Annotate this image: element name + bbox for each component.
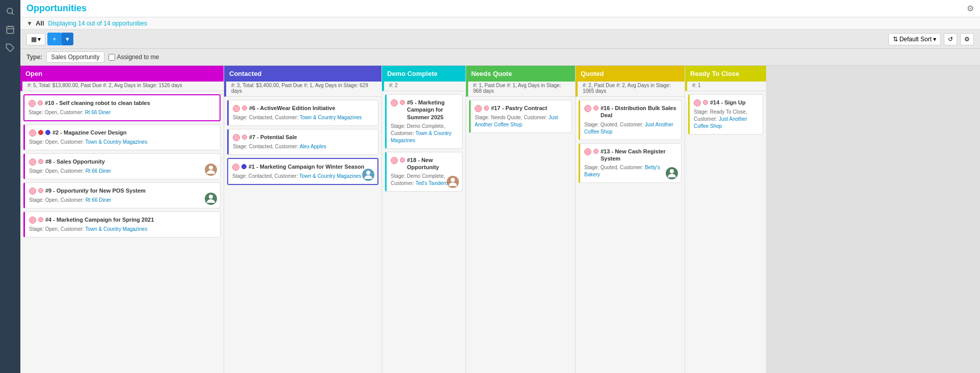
card-header-row: #13 - New Cash Register System [584, 148, 677, 163]
view-dropdown-icon: ▾ [38, 36, 41, 43]
new-button[interactable]: + [47, 33, 62, 45]
card-activity-icon [29, 100, 36, 107]
sort-button[interactable]: ⇅ Default Sort ▾ [888, 33, 941, 45]
card-body: Stage: Contacted, Customer: Town & Count… [232, 173, 373, 180]
sidebar-icon-search[interactable] [3, 4, 17, 18]
card-activity-icon [694, 99, 701, 106]
card-stage: Stage: Quoted, Customer: [584, 122, 645, 127]
type-label: Type: [26, 54, 42, 61]
card-title: #6 - ActiveWear Edition Initiative [249, 104, 374, 112]
card-stage: Stage: Open, Customer: [29, 168, 86, 174]
sidebar-icon-tag[interactable] [3, 41, 17, 55]
gear-icon-top[interactable]: ⚙ [967, 4, 974, 13]
card-header-row: #16 - Distribution Bulk Sales Deal [584, 104, 677, 119]
refresh-button[interactable]: ↺ [944, 33, 957, 45]
card-priority-dot [38, 217, 43, 222]
sort-label: Default Sort [900, 36, 932, 43]
col-header-ready: Ready To Close [685, 66, 766, 82]
kanban-card-c17[interactable]: #17 - Pastry ContractStage: Needs Quote,… [469, 100, 572, 133]
sub-bar: ▼ All Displaying 14 out of 14 opportunit… [20, 17, 980, 30]
card-customer-link[interactable]: Rt 66 Diner [86, 197, 112, 203]
card-header-row: #18 - New Opportunity [391, 156, 458, 171]
card-body: Stage: Open, Customer: Rt 66 Diner [29, 168, 216, 175]
kanban-card-c13[interactable]: #13 - New Cash Register SystemStage: Quo… [579, 143, 682, 183]
col-header-demo: Demo Complete [382, 66, 466, 82]
card-title: #13 - New Cash Register System [601, 148, 677, 163]
card-secondary-dot [45, 130, 50, 135]
sort-dropdown-icon: ▾ [933, 36, 936, 43]
toolbar-right: ⇅ Default Sort ▾ ↺ ⚙ [888, 33, 974, 45]
card-body: Stage: Quoted, Customer: Just Another Co… [584, 121, 677, 136]
card-stage: Stage: Open, Customer: [29, 197, 86, 203]
kanban-card-c1[interactable]: #1 - Marketing Campaign for Winter Seaso… [227, 158, 378, 185]
card-title: #7 - Potential Sale [249, 134, 374, 141]
card-header-row: #10 - Self cleaning robot to clean table… [29, 99, 215, 107]
kanban-col-demo: Demo Complete#: 2#5 - Marketing Campaign… [382, 66, 466, 373]
card-body: Stage: Contacted, Customer: Alex Apples [233, 143, 374, 150]
kanban-card-c10[interactable]: #10 - Self cleaning robot to clean table… [23, 94, 221, 121]
filter-bar: Type: Sales Opportunity Assigned to me [20, 49, 980, 66]
kanban-card-c18[interactable]: #18 - New OpportunityStage: Demo Complet… [385, 152, 462, 192]
col-stats-quoted: #: 2, Past Due #: 2, Avg Days in Stage: … [576, 82, 685, 97]
assigned-checkbox-input[interactable] [108, 54, 115, 61]
card-customer-link[interactable]: Alex Apples [300, 144, 326, 149]
kanban-card-c9[interactable]: #9 - Opportunity for New POS SystemStage… [23, 182, 221, 208]
svg-rect-2 [7, 26, 14, 34]
card-activity-icon [233, 105, 240, 112]
card-customer-link[interactable]: Rt 66 Diner [85, 110, 111, 115]
assigned-checkbox[interactable]: Assigned to me [108, 54, 159, 61]
card-title: #17 - Pastry Contract [491, 104, 567, 112]
kanban-card-c8[interactable]: #8 - Sales OpportunityStage: Open, Custo… [23, 153, 221, 179]
kanban-card-c6[interactable]: #6 - ActiveWear Edition InitiativeStage:… [227, 100, 378, 126]
kanban-card-c7[interactable]: #7 - Potential SaleStage: Contacted, Cus… [227, 129, 378, 155]
card-header-row: #2 - Magazine Cover Design [29, 129, 216, 137]
col-stats-demo: #: 2 [382, 82, 466, 91]
kanban-col-quoted: Quoted#: 2, Past Due #: 2, Avg Days in S… [576, 66, 685, 373]
card-activity-icon [29, 217, 36, 224]
card-header-row: #1 - Marketing Campaign for Winter Seaso… [232, 163, 373, 171]
sidebar-icon-calendar[interactable] [3, 22, 17, 37]
card-body: Stage: Open, Customer: Rt 66 Diner [29, 197, 216, 204]
card-customer-link[interactable]: Town & Country Magazines [85, 226, 147, 232]
card-priority-dot [484, 105, 489, 111]
kanban-card-c2[interactable]: #2 - Magazine Cover DesignStage: Open, C… [23, 124, 221, 150]
col-cards-contacted: #6 - ActiveWear Edition InitiativeStage:… [224, 97, 382, 373]
col-cards-needs_quote: #17 - Pastry ContractStage: Needs Quote,… [466, 97, 575, 373]
card-title: #4 - Marketing Campaign for Spring 2021 [45, 216, 216, 223]
card-stage: Stage: Contacted, Customer: [233, 115, 300, 120]
card-title: #18 - New Opportunity [407, 156, 458, 171]
kanban-card-c14[interactable]: #14 - Sign UpStage: Ready To Close, Cust… [688, 94, 763, 135]
type-value[interactable]: Sales Opportunity [46, 51, 104, 63]
sort-icon: ⇅ [893, 36, 898, 43]
filter-label[interactable]: All [36, 19, 44, 27]
svg-point-8 [209, 195, 213, 199]
card-header-row: #14 - Sign Up [694, 99, 758, 106]
card-activity-icon [584, 105, 591, 112]
top-bar: Opportunities ⚙ [20, 0, 980, 17]
kanban-card-c4[interactable]: #4 - Marketing Campaign for Spring 2021S… [23, 211, 221, 237]
kanban-col-contacted: Contacted#: 3, Total: $3,400.00, Past Du… [224, 66, 382, 373]
new-button-arrow[interactable]: ▾ [62, 33, 73, 45]
card-customer-link[interactable]: Rt 66 Diner [86, 168, 112, 174]
card-customer-link[interactable]: Town & Country Magazines [300, 115, 362, 120]
card-priority-dot [242, 105, 247, 111]
settings-button[interactable]: ⚙ [960, 33, 974, 45]
card-activity-icon [391, 99, 398, 106]
kanban-card-c5[interactable]: #5 - Marketing Campaign for Summer 2025S… [385, 94, 462, 149]
filter-icon: ▼ [26, 20, 33, 27]
displaying-text: Displaying 14 out of 14 opportunities [48, 20, 147, 27]
card-customer-link[interactable]: Town & Country Magazines [85, 139, 147, 145]
view-toggle-button[interactable]: ▦ ▾ [26, 33, 45, 45]
card-body: Stage: Contacted, Customer: Town & Count… [233, 114, 374, 121]
card-priority-dot [593, 149, 598, 154]
card-priority-dot [38, 130, 43, 135]
card-activity-icon [29, 188, 36, 195]
card-body: Stage: Open, Customer: Rt 66 Diner [29, 109, 215, 116]
app-container: Opportunities ⚙ ▼ All Displaying 14 out … [0, 0, 980, 373]
svg-point-11 [670, 169, 674, 173]
card-title: #9 - Opportunity for New POS System [45, 187, 216, 194]
card-title: #16 - Distribution Bulk Sales Deal [601, 104, 677, 119]
svg-point-0 [7, 8, 13, 14]
kanban-card-c16[interactable]: #16 - Distribution Bulk Sales DealStage:… [579, 100, 682, 140]
card-customer-link[interactable]: Town & Country Magazines [300, 173, 362, 179]
